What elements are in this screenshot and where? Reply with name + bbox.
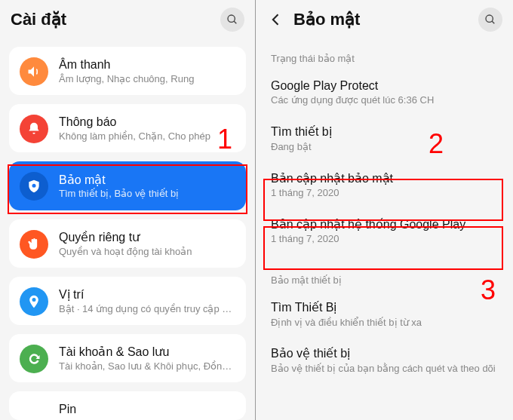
settings-item-battery[interactable]: Pin	[9, 391, 246, 420]
sync-icon	[20, 345, 48, 373]
chevron-left-icon	[269, 12, 284, 27]
svg-point-0	[228, 15, 235, 22]
search-icon	[484, 14, 496, 26]
page-title: Cài đặt	[11, 10, 220, 29]
sound-icon	[20, 57, 48, 86]
svg-point-3	[486, 15, 493, 22]
item-sub: Các ứng dụng được quét lúc 6:36 CH	[271, 94, 498, 107]
item-sub: 1 tháng 7, 2020	[271, 233, 498, 246]
header: Bảo mật	[256, 0, 513, 42]
security-item-play-protect[interactable]: Google Play Protect Các ứng dụng được qu…	[256, 70, 513, 116]
svg-point-2	[32, 184, 36, 188]
back-button[interactable]	[266, 10, 286, 29]
item-title: Bảo mật	[59, 173, 235, 189]
item-sub: Tài khoản, Sao lưu & Khôi phục, Đồng bộ	[59, 360, 235, 373]
settings-item-security[interactable]: Bảo mật Tìm thiết bị, Bảo vệ thiết bị	[9, 161, 246, 210]
bell-icon	[20, 115, 48, 143]
item-sub: Quyền và hoạt động tài khoản	[59, 246, 235, 259]
svg-line-1	[234, 21, 236, 23]
settings-item-notifications[interactable]: Thông báo Không làm phiền, Chặn, Cho phé…	[9, 104, 246, 152]
item-sub: Bật · 14 ứng dụng có quyền truy cập vào …	[59, 303, 235, 316]
settings-card: Thông báo Không làm phiền, Chặn, Cho phé…	[9, 104, 246, 152]
settings-item-sound[interactable]: Âm thanh Âm lượng, Nhạc chuông, Rung	[9, 47, 246, 95]
item-sub: Định vị và điều khiển thiết bị từ xa	[271, 317, 498, 330]
item-sub: Bảo vệ thiết bị của bạn bằng cách quét v…	[271, 363, 498, 376]
security-screen: Bảo mật Trạng thái bảo mật Google Play P…	[256, 0, 513, 420]
item-title: Bản cập nhật bảo mật	[271, 170, 498, 187]
item-title: Tài khoản & Sao lưu	[59, 345, 235, 360]
item-title: Thông báo	[59, 115, 235, 130]
settings-card: Quyền riêng tư Quyền và hoạt động tài kh…	[9, 219, 246, 268]
hand-icon	[20, 230, 48, 259]
item-title: Bảo vệ thiết bị	[271, 345, 498, 362]
item-title: Quyền riêng tư	[59, 230, 235, 246]
location-icon	[20, 287, 48, 316]
settings-screen: Cài đặt Âm thanh Âm lượng, Nhạc chuông, …	[0, 0, 256, 420]
security-item-security-update[interactable]: Bản cập nhật bảo mật 1 tháng 7, 2020	[256, 163, 513, 209]
item-sub: Âm lượng, Nhạc chuông, Rung	[59, 73, 235, 86]
section-label-status: Trạng thái bảo mật	[256, 42, 513, 70]
settings-card: Bảo mật Tìm thiết bị, Bảo vệ thiết bị	[9, 161, 246, 210]
settings-card: Vị trí Bật · 14 ứng dụng có quyền truy c…	[9, 277, 246, 325]
settings-item-location[interactable]: Vị trí Bật · 14 ứng dụng có quyền truy c…	[9, 277, 246, 325]
search-button[interactable]	[220, 8, 244, 32]
item-title: Tìm thiết bị	[271, 124, 498, 140]
settings-card: Pin	[9, 391, 246, 420]
shield-icon	[20, 172, 48, 201]
item-title: Tìm Thiết Bị	[271, 299, 498, 316]
search-button[interactable]	[478, 8, 502, 32]
item-title: Pin	[59, 402, 235, 418]
item-sub: Không làm phiền, Chặn, Cho phép	[59, 130, 235, 143]
svg-line-4	[492, 21, 494, 23]
section-label-device: Bảo mật thiết bị	[256, 255, 513, 292]
item-sub: Đang bật	[271, 141, 498, 154]
security-item-play-system-update[interactable]: Bản cập nhật hệ thống Google Play 1 thán…	[256, 209, 513, 255]
item-title: Âm thanh	[59, 57, 235, 73]
security-item-device-protection[interactable]: Bảo vệ thiết bị Bảo vệ thiết bị của bạn …	[256, 338, 513, 384]
page-title: Bảo mật	[293, 10, 478, 29]
security-item-find-my-device[interactable]: Tìm Thiết Bị Định vị và điều khiển thiết…	[256, 292, 513, 338]
settings-item-accounts[interactable]: Tài khoản & Sao lưu Tài khoản, Sao lưu &…	[9, 334, 246, 382]
item-sub: 1 tháng 7, 2020	[271, 187, 498, 200]
item-title: Bản cập nhật hệ thống Google Play	[271, 216, 498, 233]
settings-item-privacy[interactable]: Quyền riêng tư Quyền và hoạt động tài kh…	[9, 219, 246, 268]
settings-card: Tài khoản & Sao lưu Tài khoản, Sao lưu &…	[9, 334, 246, 382]
item-title: Google Play Protect	[271, 78, 498, 94]
search-icon	[226, 14, 238, 26]
item-sub: Tìm thiết bị, Bảo vệ thiết bị	[59, 188, 235, 201]
item-title: Vị trí	[59, 287, 235, 303]
settings-card: Âm thanh Âm lượng, Nhạc chuông, Rung	[9, 47, 246, 95]
security-item-find-device[interactable]: Tìm thiết bị Đang bật	[256, 116, 513, 162]
header: Cài đặt	[0, 0, 255, 42]
